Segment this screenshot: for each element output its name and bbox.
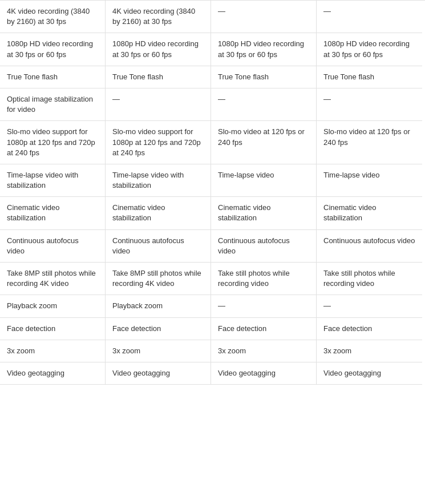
table-cell: Optical image stabilization for video [0, 88, 106, 121]
table-cell: True Tone flash [0, 66, 106, 88]
table-cell: Video geotagging [106, 362, 211, 385]
table-cell: 4K video recording (3840 by 2160) at 30 … [106, 1, 211, 33]
table-cell: Continuous autofocus video [211, 230, 317, 263]
table-cell: Slo-mo video at 120 fps or 240 fps [317, 121, 422, 164]
table-cell: Playback zoom [0, 295, 106, 317]
table-cell: Time-lapse video with stabilization [106, 164, 211, 197]
table-cell: Video geotagging [317, 362, 422, 385]
table-cell: Slo-mo video support for 1080p at 120 fp… [106, 121, 211, 164]
table-cell: Continuous autofocus video [317, 230, 422, 263]
table-grid: 4K video recording (3840 by 2160) at 30 … [0, 0, 425, 385]
table-cell: 1080p HD video recording at 30 fps or 60… [211, 33, 317, 66]
table-cell: Cinematic video stabilization [317, 197, 422, 229]
table-cell: 3x zoom [0, 340, 106, 362]
table-cell: 3x zoom [211, 340, 317, 362]
table-cell: 1080p HD video recording at 30 fps or 60… [317, 33, 422, 66]
table-cell: True Tone flash [317, 66, 422, 88]
table-cell: 3x zoom [317, 340, 422, 362]
table-cell: Playback zoom [106, 295, 211, 317]
table-cell: Cinematic video stabilization [0, 197, 106, 229]
table-cell: Continuous autofocus video [0, 230, 106, 263]
table-cell: True Tone flash [211, 66, 317, 88]
table-cell: — [211, 295, 317, 317]
table-cell: Continuous autofocus video [106, 230, 211, 263]
table-cell: — [317, 88, 422, 121]
table-cell: Video geotagging [0, 362, 106, 385]
table-cell: Slo-mo video support for 1080p at 120 fp… [0, 121, 106, 164]
table-cell: — [317, 295, 422, 317]
table-cell: — [211, 1, 317, 33]
table-cell: Face detection [0, 318, 106, 340]
table-cell: — [106, 88, 211, 121]
table-cell: 4K video recording (3840 by 2160) at 30 … [0, 1, 106, 33]
table-cell: Video geotagging [211, 362, 317, 385]
table-cell: — [317, 1, 422, 33]
table-cell: Time-lapse video [211, 164, 317, 197]
table-cell: Take still photos while recording video [211, 263, 317, 295]
table-cell: Slo-mo video at 120 fps or 240 fps [211, 121, 317, 164]
table-cell: 1080p HD video recording at 30 fps or 60… [106, 33, 211, 66]
table-cell: Take still photos while recording video [317, 263, 422, 295]
table-cell: Cinematic video stabilization [106, 197, 211, 229]
table-cell: Take 8MP still photos while recording 4K… [0, 263, 106, 295]
table-cell: Time-lapse video [317, 164, 422, 197]
table-cell: 1080p HD video recording at 30 fps or 60… [0, 33, 106, 66]
table-cell: Cinematic video stabilization [211, 197, 317, 229]
table-cell: Time-lapse video with stabilization [0, 164, 106, 197]
table-cell: — [211, 88, 317, 121]
table-cell: Face detection [211, 318, 317, 340]
table-cell: 3x zoom [106, 340, 211, 362]
table-cell: Take 8MP still photos while recording 4K… [106, 263, 211, 295]
table-cell: Face detection [106, 318, 211, 340]
table-cell: Face detection [317, 318, 422, 340]
table-cell: True Tone flash [106, 66, 211, 88]
comparison-table: 4K video recording (3840 by 2160) at 30 … [0, 0, 425, 385]
